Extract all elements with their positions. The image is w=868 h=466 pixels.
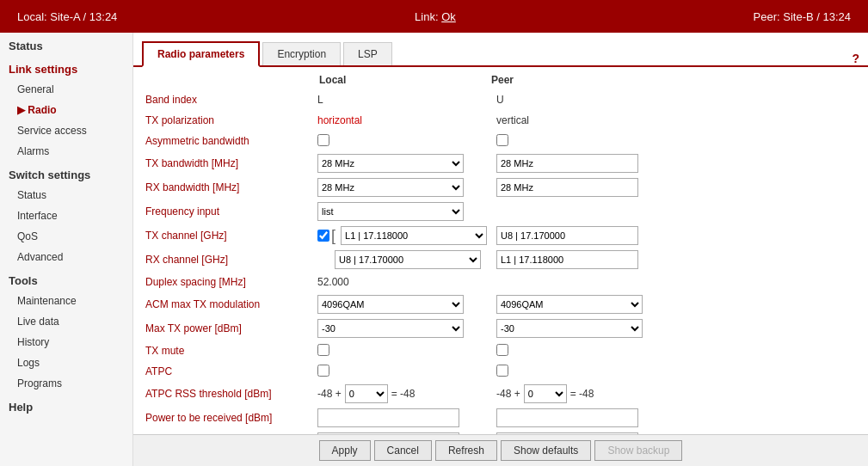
band-index-local: L [317,94,489,106]
param-row-band-index: Band index L U [145,89,856,110]
rx-bandwidth-label: RX bandwidth [MHz] [145,181,317,193]
tx-bandwidth-peer [496,154,668,173]
link-status-link[interactable]: Ok [441,10,456,23]
cancel-button[interactable]: Cancel [374,440,432,461]
power-to-receive-peer [496,408,668,427]
tx-mute-peer-checkbox[interactable] [496,344,508,356]
param-row-atpc-rss: ATPC RSS threshold [dBm] -48 + 012 = -48 [145,382,856,406]
local-status: Local: Site-A / 13:24 [17,10,117,23]
tab-radio-parameters[interactable]: Radio parameters [142,41,260,67]
atpc-rss-local-select[interactable]: 012 [345,384,388,403]
atpc-rss-local: -48 + 012 = -48 [317,384,489,403]
power-to-receive-local-input[interactable] [317,408,459,427]
tx-mute-local [317,344,489,359]
tx-channel-checkbox[interactable] [317,230,329,242]
atpc-peer [496,365,668,379]
sidebar: Status Link settings General Radio Servi… [0,33,133,466]
asymmetric-bandwidth-label: Asymmetric bandwidth [145,135,317,147]
sidebar-item-service-access[interactable]: Service access [0,120,132,141]
rx-channel-label: RX channel [GHz] [145,254,317,266]
atpc-rss-peer-select[interactable]: 012 [524,384,567,403]
tx-mute-peer [496,344,668,359]
param-row-frequency-input: Frequency input list direct [145,199,856,224]
param-row-rx-bandwidth: RX bandwidth [MHz] 28 MHz 14 MHz 56 MHz [145,175,856,199]
refresh-button[interactable]: Refresh [435,440,497,461]
frequency-input-local: list direct [317,202,489,221]
atpc-peer-checkbox[interactable] [496,365,508,377]
tx-bandwidth-local: 28 MHz 14 MHz 56 MHz [317,154,489,173]
acm-max-tx-peer-select[interactable]: 4096QAM 1024QAM 256QAM [496,295,643,314]
sidebar-item-status[interactable]: Status [0,185,132,205]
rx-channel-peer-input[interactable] [496,250,638,269]
apply-button[interactable]: Apply [319,440,371,461]
tx-bandwidth-label: TX bandwidth [MHz] [145,157,317,169]
sidebar-section-switch-settings: Switch settings [0,162,132,185]
tx-bandwidth-peer-input[interactable] [496,154,638,173]
tx-polarization-label: TX polarization [145,114,317,126]
band-index-peer: U [496,94,668,106]
tx-channel-select[interactable]: L1 | 17.118000 L2 | 17.134000 [341,226,487,245]
tx-channel-peer-input[interactable] [496,226,638,245]
max-tx-power-label: Max TX power [dBm] [145,322,317,334]
param-row-tx-mute: TX mute [145,340,856,361]
frequency-input-select[interactable]: list direct [317,202,464,221]
power-to-receive-local [317,408,489,427]
help-icon[interactable]: ? [852,52,859,65]
top-bar: Local: Site-A / 13:24 Link: Ok Peer: Sit… [0,0,868,33]
atpc-rss-peer: -48 + 012 = -48 [496,384,668,403]
asymmetric-bandwidth-peer-checkbox[interactable] [496,134,508,146]
frequency-input-label: Frequency input [145,205,317,218]
asymmetric-bandwidth-local-checkbox[interactable] [317,134,329,146]
sidebar-item-general[interactable]: General [0,79,132,100]
tx-channel-peer [496,226,668,245]
rx-bandwidth-peer [496,178,668,197]
rx-bandwidth-local: 28 MHz 14 MHz 56 MHz [317,178,489,197]
param-row-tx-channel: TX channel [GHz] [ L1 | 17.118000 L2 | 1… [145,224,856,248]
band-index-label: Band index [145,94,317,106]
rx-channel-select[interactable]: U8 | 17.170000 U7 | 17.154000 [335,250,481,269]
sidebar-item-live-data[interactable]: Live data [0,311,132,332]
peer-status: Peer: Site-B / 13:24 [754,10,851,23]
tx-bandwidth-select[interactable]: 28 MHz 14 MHz 56 MHz [317,154,464,173]
content-area: Radio parameters Encryption LSP ? Local … [133,33,868,466]
param-row-duplex-spacing: Duplex spacing [MHz] 52.000 [145,272,856,292]
param-row-atpc: ATPC [145,361,856,382]
sidebar-item-qos[interactable]: QoS [0,226,132,247]
atpc-local-checkbox[interactable] [317,365,329,377]
acm-max-tx-local: 4096QAM 1024QAM 256QAM [317,295,489,314]
sidebar-item-programs[interactable]: Programs [0,373,132,394]
sidebar-item-radio[interactable]: Radio [0,100,132,120]
link-status: Link: Ok [415,10,456,23]
param-row-max-tx-power: Max TX power [dBm] -30 -20 -10 0 -30 -20 [145,316,856,340]
tx-polarization-peer: vertical [496,114,668,126]
tx-mute-local-checkbox[interactable] [317,344,329,356]
rx-bandwidth-select[interactable]: 28 MHz 14 MHz 56 MHz [317,178,464,197]
sidebar-item-logs[interactable]: Logs [0,353,132,373]
param-row-power-to-receive: Power to be received [dBm] [145,406,856,430]
sidebar-item-maintenance[interactable]: Maintenance [0,291,132,311]
acm-max-tx-local-select[interactable]: 4096QAM 1024QAM 256QAM [317,295,464,314]
sidebar-item-alarms[interactable]: Alarms [0,141,132,162]
sidebar-section-status: Status [0,33,132,56]
tx-channel-local: [ L1 | 17.118000 L2 | 17.134000 [317,226,489,245]
sidebar-section-tools: Tools [0,267,132,291]
power-to-receive-label: Power to be received [dBm] [145,412,317,424]
power-to-receive-peer-input[interactable] [496,408,638,427]
show-backup-button[interactable]: Show backup [594,440,682,461]
show-defaults-button[interactable]: Show defaults [501,440,591,461]
max-tx-power-local-select[interactable]: -30 -20 -10 0 [317,319,464,338]
rx-bandwidth-peer-input[interactable] [496,178,638,197]
sidebar-item-advanced[interactable]: Advanced [0,247,132,267]
bottom-bar: Apply Cancel Refresh Show defaults Show … [133,434,868,466]
tab-lsp[interactable]: LSP [343,42,392,65]
col-peer-header: Peer [491,74,663,86]
acm-max-tx-peer: 4096QAM 1024QAM 256QAM [496,295,668,314]
tx-channel-label: TX channel [GHz] [145,230,317,242]
tab-encryption[interactable]: Encryption [262,42,341,65]
sidebar-item-interface[interactable]: Interface [0,205,132,226]
sidebar-item-history[interactable]: History [0,332,132,353]
atpc-label: ATPC [145,365,317,377]
tabs-bar: Radio parameters Encryption LSP ? [133,33,868,67]
max-tx-power-peer-select[interactable]: -30 -20 -10 0 [496,319,643,338]
param-row-rx-channel: RX channel [GHz] U8 | 17.170000 U7 | 17.… [145,248,856,272]
